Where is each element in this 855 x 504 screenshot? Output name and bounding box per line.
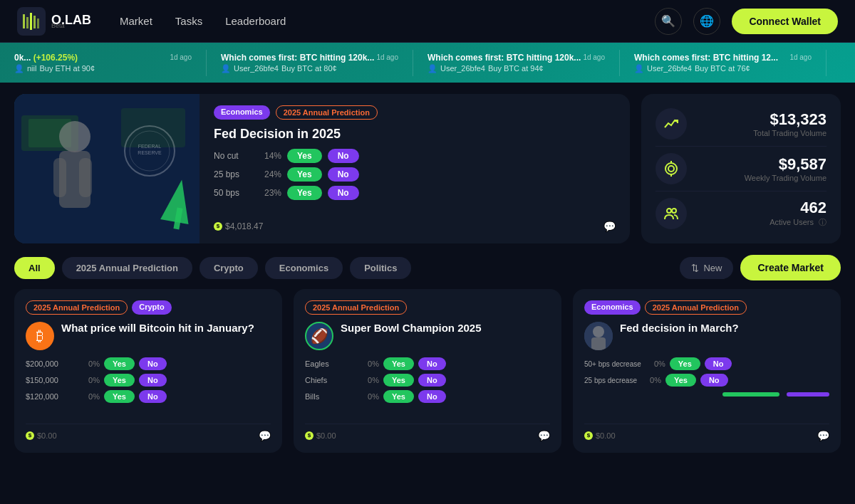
market-card-btc: 2025 Annual Prediction Crypto ₿ What pri… <box>14 289 282 453</box>
no-button[interactable]: No <box>139 390 167 403</box>
no-button[interactable]: No <box>705 357 732 370</box>
option-pct: 0% <box>80 392 100 401</box>
card-option-row: $150,000 0% Yes No <box>26 374 271 387</box>
nav-market[interactable]: Market <box>120 15 152 27</box>
no-button[interactable]: No <box>139 357 167 370</box>
option-label: 50 bps <box>214 188 253 198</box>
yes-button[interactable]: Yes <box>104 390 135 403</box>
ticker-time: 1d ago <box>376 53 398 61</box>
no-button[interactable]: No <box>418 357 446 370</box>
ticker-sub: 👤 User_26bfe4 Buy BTC at 76¢ <box>634 64 812 73</box>
nav-tasks[interactable]: Tasks <box>175 15 202 27</box>
active-users-label: Active Users ⓘ <box>770 217 826 228</box>
svg-point-19 <box>665 163 677 174</box>
option-pct: 0% <box>359 376 379 384</box>
pool-amount: $ $0.00 <box>305 431 336 440</box>
card-title: Super Bowl Champion 2025 <box>341 322 550 334</box>
option-pct: 14% <box>259 151 281 161</box>
card-options: 50+ bps decrease 0% Yes No 25 bps decrea… <box>584 357 829 416</box>
yes-button[interactable]: Yes <box>104 374 135 387</box>
chat-icon[interactable]: 💬 <box>259 430 271 441</box>
progress-no <box>787 392 829 397</box>
no-button[interactable]: No <box>139 374 167 387</box>
svg-rect-1 <box>26 17 28 28</box>
yes-button[interactable]: Yes <box>287 186 322 200</box>
market-card-superbowl: 2025 Annual Prediction 🏈 Super Bowl Cham… <box>294 289 561 453</box>
chat-icon[interactable]: 💬 <box>603 221 616 232</box>
ticker-item: Which comes first: BTC hitting 12... 1d … <box>620 50 826 76</box>
create-market-button[interactable]: Create Market <box>740 255 841 280</box>
card-options: Eagles 0% Yes No Chiefs 0% Yes No Bills … <box>305 357 550 416</box>
yes-button[interactable]: Yes <box>287 149 322 163</box>
svg-rect-0 <box>23 14 25 28</box>
card-options: $200,000 0% Yes No $150,000 0% Yes No $1… <box>26 357 271 416</box>
yes-button[interactable]: Yes <box>104 357 135 370</box>
featured-card: FEDERAL RESERVE Economics 2025 Annual Pr… <box>14 94 630 243</box>
yes-button[interactable]: Yes <box>287 167 322 182</box>
dollar-icon: $ <box>584 431 593 440</box>
chat-icon[interactable]: 💬 <box>538 430 550 441</box>
ticker-sub: 👤 User_26bfe4 Buy BTC at 80¢ <box>221 64 398 73</box>
search-button[interactable]: 🔍 <box>655 8 682 35</box>
svg-point-20 <box>668 166 674 172</box>
no-button[interactable]: No <box>328 167 359 182</box>
no-button[interactable]: No <box>418 390 446 403</box>
option-label: $120,000 <box>26 392 76 401</box>
filter-politics[interactable]: Politics <box>350 257 411 279</box>
ticker-item: Which comes first: BTC hitting 120k... 1… <box>413 50 620 76</box>
yes-button[interactable]: Yes <box>383 357 414 370</box>
filter-economics[interactable]: Economics <box>265 257 343 279</box>
nav-leaderboard[interactable]: Leaderboard <box>225 15 286 27</box>
tag-annual: 2025 Annual Prediction <box>645 300 747 315</box>
yes-button[interactable]: Yes <box>383 390 414 403</box>
card-option-row: 50+ bps decrease 0% Yes No <box>584 357 829 370</box>
ticker-time: 1d ago <box>170 53 192 61</box>
sort-icon: ⇅ <box>691 263 699 273</box>
filter-right: ⇅ New Create Market <box>680 255 841 280</box>
card-header: Fed decision in March? <box>584 322 829 350</box>
option-pct: 0% <box>359 392 379 401</box>
main-content: FEDERAL RESERVE Economics 2025 Annual Pr… <box>0 83 855 255</box>
option-label: 50+ bps decrease <box>584 360 641 368</box>
tag-crypto: Crypto <box>132 300 171 315</box>
option-pct: 0% <box>80 359 100 368</box>
stat-row-trading: $13,323 Total Trading Volume <box>656 108 826 140</box>
ticker-title: Which comes first: BTC hitting 120k... <box>221 53 374 63</box>
connect-wallet-button[interactable]: Connect Wallet <box>732 9 838 34</box>
no-button[interactable]: No <box>700 374 728 387</box>
svg-rect-27 <box>591 337 606 350</box>
total-trading-label: Total Trading Volume <box>753 129 826 137</box>
card-option-row: Eagles 0% Yes No <box>305 357 550 370</box>
option-label: Chiefs <box>305 376 355 384</box>
dollar-icon: $ <box>214 222 222 231</box>
nfl-icon: 🏈 <box>305 322 333 350</box>
ticker-time: 1d ago <box>789 53 812 61</box>
ticker-title: 0k... (+106.25%) <box>14 53 78 63</box>
logo[interactable]: O.LAB Beta <box>17 7 91 36</box>
filter-crypto[interactable]: Crypto <box>200 257 258 279</box>
stat-row-weekly: $9,587 Weekly Trading Volume <box>656 153 826 184</box>
filter-annual[interactable]: 2025 Annual Prediction <box>62 257 192 279</box>
no-button[interactable]: No <box>328 186 359 200</box>
featured-footer: $ $4,018.47 💬 <box>214 221 616 232</box>
market-option-row: 25 bps 24% Yes No <box>214 167 616 182</box>
active-users-value: 462 <box>800 199 826 217</box>
yes-button[interactable]: Yes <box>670 357 700 370</box>
no-button[interactable]: No <box>328 149 359 163</box>
globe-button[interactable]: 🌐 <box>693 8 720 35</box>
market-grid: 2025 Annual Prediction Crypto ₿ What pri… <box>0 289 855 453</box>
yes-button[interactable]: Yes <box>383 374 414 387</box>
pool-amount: $ $4,018.47 <box>214 221 263 231</box>
yes-button[interactable]: Yes <box>665 374 696 387</box>
no-button[interactable]: No <box>418 374 446 387</box>
globe-icon: 🌐 <box>700 14 714 28</box>
tag-economics: Economics <box>584 300 641 315</box>
ticker-item: Which comes first: BTC hitting 120k... 1… <box>207 50 413 76</box>
chat-icon[interactable]: 💬 <box>817 430 829 441</box>
option-pct: 23% <box>259 188 281 198</box>
ticker-bar: 0k... (+106.25%) 1d ago 👤 niil Buy ETH a… <box>0 43 855 83</box>
tag-annual: 2025 Annual Prediction <box>305 300 407 315</box>
filter-all[interactable]: All <box>14 257 55 279</box>
ticker-item: 0k... (+106.25%) 1d ago 👤 niil Buy ETH a… <box>0 50 207 76</box>
sort-button[interactable]: ⇅ New <box>680 257 733 279</box>
